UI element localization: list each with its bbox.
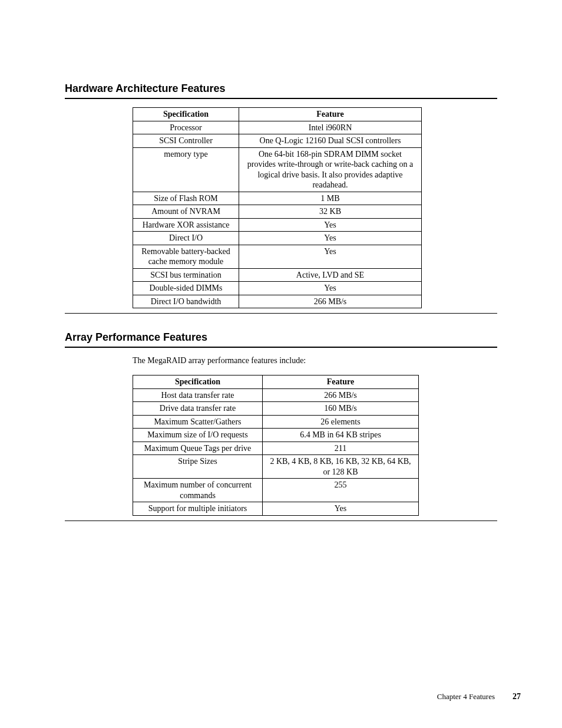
section-divider <box>65 521 497 521</box>
spec-cell: Direct I/O bandwidth <box>133 295 239 308</box>
feature-cell: 1 MB <box>239 192 422 205</box>
spec-cell: Drive data transfer rate <box>133 402 263 416</box>
table-row: Maximum Queue Tags per drive211 <box>133 442 419 455</box>
table-header-feat: Feature <box>239 108 422 121</box>
intro-text: The MegaRAID array performance features … <box>133 356 497 365</box>
feature-cell: Intel i960RN <box>239 121 422 134</box>
table-row: Maximum Scatter/Gathers26 elements <box>133 415 419 429</box>
feature-cell: 160 MB/s <box>263 402 419 416</box>
table-row: Host data transfer rate266 MB/s <box>133 388 419 402</box>
spec-cell: Maximum Scatter/Gathers <box>133 415 263 429</box>
table-row: Size of Flash ROM1 MB <box>133 192 422 205</box>
table-row: Maximum size of I/O requests6.4 MB in 64… <box>133 429 419 442</box>
spec-cell: Maximum size of I/O requests <box>133 429 263 442</box>
feature-cell: Yes <box>239 245 422 268</box>
table-row: Direct I/O bandwidth266 MB/s <box>133 295 422 308</box>
feature-cell: Yes <box>263 502 419 516</box>
spec-cell: memory type <box>133 147 239 192</box>
table-row: Double-sided DIMMsYes <box>133 282 422 295</box>
table-row: Stripe Sizes2 KB, 4 KB, 8 KB, 16 KB, 32 … <box>133 455 419 479</box>
spec-cell: Hardware XOR assistance <box>133 218 239 232</box>
spec-cell: Direct I/O <box>133 232 239 245</box>
table-header-feat: Feature <box>263 375 419 389</box>
table-row: Hardware XOR assistanceYes <box>133 218 422 232</box>
table-header-spec: Specification <box>133 108 239 121</box>
spec-cell: Host data transfer rate <box>133 388 263 402</box>
spec-cell: Removable battery-backed cache memory mo… <box>133 245 239 268</box>
table-row: Amount of NVRAM32 KB <box>133 205 422 219</box>
table-row: SCSI bus terminationActive, LVD and SE <box>133 268 422 282</box>
spec-cell: Support for multiple initiators <box>133 502 263 516</box>
feature-cell: 211 <box>263 442 419 455</box>
feature-cell: Yes <box>239 218 422 232</box>
feature-cell: Yes <box>239 232 422 245</box>
section-divider <box>65 313 497 314</box>
feature-cell: Yes <box>239 282 422 295</box>
feature-cell: 255 <box>263 479 419 502</box>
feature-cell: 266 MB/s <box>263 388 419 402</box>
table-row: SCSI ControllerOne Q-Logic 12160 Dual SC… <box>133 134 422 148</box>
section-heading-array: Array Performance Features <box>65 331 497 348</box>
feature-cell: 2 KB, 4 KB, 8 KB, 16 KB, 32 KB, 64 KB, o… <box>263 455 419 479</box>
spec-cell: Maximum Queue Tags per drive <box>133 442 263 455</box>
spec-cell: Processor <box>133 121 239 134</box>
spec-cell: SCSI bus termination <box>133 268 239 282</box>
feature-cell: One 64-bit 168-pin SDRAM DIMM socket pro… <box>239 147 422 192</box>
hardware-architecture-table: Specification Feature ProcessorIntel i96… <box>133 107 422 308</box>
spec-cell: SCSI Controller <box>133 134 239 148</box>
page-number: 27 <box>513 692 521 701</box>
feature-cell: Active, LVD and SE <box>239 268 422 282</box>
spec-cell: Double-sided DIMMs <box>133 282 239 295</box>
table-row: Support for multiple initiatorsYes <box>133 502 419 516</box>
page-footer: Chapter 4 Features 27 <box>437 692 521 701</box>
feature-cell: One Q-Logic 12160 Dual SCSI controllers <box>239 134 422 148</box>
spec-cell: Stripe Sizes <box>133 455 263 479</box>
feature-cell: 6.4 MB in 64 KB stripes <box>263 429 419 442</box>
table-row: Removable battery-backed cache memory mo… <box>133 245 422 268</box>
table-row: memory typeOne 64-bit 168-pin SDRAM DIMM… <box>133 147 422 192</box>
table-row: Maximum number of concurrent commands255 <box>133 479 419 502</box>
feature-cell: 26 elements <box>263 415 419 429</box>
spec-cell: Amount of NVRAM <box>133 205 239 219</box>
section-heading-hardware: Hardware Architecture Features <box>65 83 497 99</box>
spec-cell: Maximum number of concurrent commands <box>133 479 263 502</box>
chapter-label: Chapter 4 Features <box>437 692 495 701</box>
spec-cell: Size of Flash ROM <box>133 192 239 205</box>
feature-cell: 266 MB/s <box>239 295 422 308</box>
feature-cell: 32 KB <box>239 205 422 219</box>
table-row: Drive data transfer rate160 MB/s <box>133 402 419 416</box>
array-performance-table: Specification Feature Host data transfer… <box>133 375 419 516</box>
table-header-spec: Specification <box>133 375 263 389</box>
table-row: Direct I/OYes <box>133 232 422 245</box>
table-row: ProcessorIntel i960RN <box>133 121 422 134</box>
